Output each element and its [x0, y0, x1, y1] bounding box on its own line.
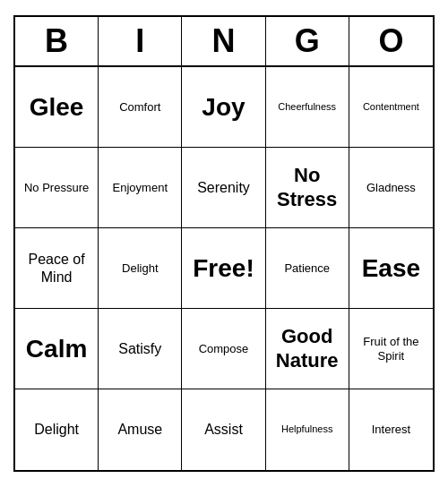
cell-text: Glee [30, 92, 84, 123]
cell-text: Contentment [363, 101, 419, 113]
cell-text: Interest [372, 423, 410, 437]
bingo-cell[interactable]: Calm [15, 309, 99, 389]
bingo-cell[interactable]: Cheerfulness [266, 67, 349, 148]
cell-text: Gladness [366, 181, 416, 195]
bingo-cell[interactable]: Serenity [182, 148, 265, 228]
cell-text: Comfort [119, 100, 160, 115]
bingo-cell[interactable]: Contentment [349, 67, 433, 148]
cell-text: Delight [34, 421, 79, 438]
cell-text: Cheerfulness [278, 101, 336, 113]
header-letter: I [99, 17, 182, 65]
header-letter: G [266, 17, 349, 65]
cell-text: Peace of Mind [19, 251, 94, 285]
bingo-cell[interactable]: Gladness [349, 148, 433, 228]
bingo-cell[interactable]: Comfort [99, 67, 182, 148]
bingo-cell[interactable]: No Pressure [15, 148, 99, 228]
bingo-cell[interactable]: Assist [182, 389, 265, 470]
bingo-cell[interactable]: No Stress [266, 148, 349, 228]
bingo-cell[interactable]: Enjoyment [99, 148, 182, 228]
cell-text: Enjoyment [113, 181, 168, 195]
bingo-cell[interactable]: Ease [349, 228, 433, 309]
bingo-grid: GleeComfortJoyCheerfulnessContentmentNo … [15, 67, 433, 470]
cell-text: Satisfy [118, 340, 161, 357]
bingo-cell[interactable]: Delight [15, 389, 99, 470]
cell-text: Joy [202, 92, 245, 123]
bingo-card: BINGO GleeComfortJoyCheerfulnessContentm… [13, 15, 435, 472]
cell-text: Serenity [197, 179, 250, 196]
bingo-cell[interactable]: Interest [349, 389, 433, 470]
header-letter: O [349, 17, 433, 65]
cell-text: Patience [284, 261, 330, 276]
header-letter: N [182, 17, 265, 65]
cell-text: Free! [193, 253, 254, 284]
cell-text: Calm [26, 334, 87, 364]
cell-text: Compose [199, 342, 249, 356]
cell-text: Amuse [117, 421, 162, 438]
bingo-cell[interactable]: Free! [182, 228, 265, 309]
bingo-cell[interactable]: Fruit of the Spirit [349, 309, 433, 389]
cell-text: Delight [122, 261, 158, 276]
cell-text: Good Nature [270, 325, 345, 372]
cell-text: No Pressure [24, 181, 89, 195]
cell-text: Fruit of the Spirit [353, 335, 429, 363]
cell-text: No Stress [270, 164, 345, 211]
bingo-header: BINGO [15, 17, 433, 67]
cell-text: Assist [204, 421, 243, 438]
bingo-cell[interactable]: Helpfulness [266, 389, 349, 470]
header-letter: B [15, 17, 99, 65]
bingo-cell[interactable]: Compose [182, 309, 265, 389]
bingo-cell[interactable]: Delight [99, 228, 182, 309]
bingo-cell[interactable]: Satisfy [99, 309, 182, 389]
cell-text: Helpfulness [281, 423, 332, 435]
cell-text: Ease [362, 253, 420, 284]
bingo-cell[interactable]: Amuse [99, 389, 182, 470]
bingo-cell[interactable]: Patience [266, 228, 349, 309]
bingo-cell[interactable]: Glee [15, 67, 99, 148]
bingo-cell[interactable]: Joy [182, 67, 265, 148]
bingo-cell[interactable]: Peace of Mind [15, 228, 99, 309]
bingo-cell[interactable]: Good Nature [266, 309, 349, 389]
